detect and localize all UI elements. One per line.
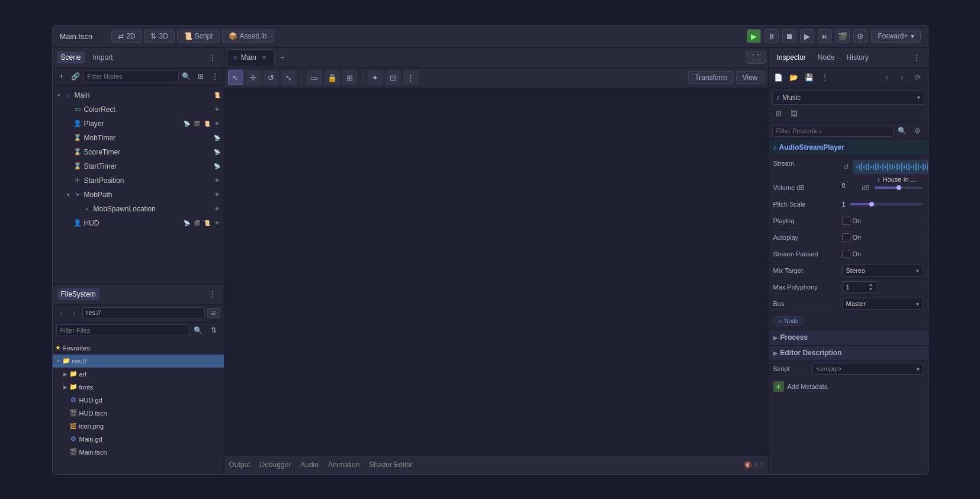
tree-item-mobpath[interactable]: ▾ ⤷ MobPath 👁 — [53, 188, 224, 202]
tree-item-starttimer[interactable]: ⌛ StartTimer 📡 — [53, 159, 224, 173]
move-tool-button[interactable]: ✛ — [246, 70, 261, 85]
tab-node[interactable]: Node — [814, 51, 838, 63]
bottom-tab-shader-editor[interactable]: Shader Editor — [369, 458, 412, 471]
tab-history[interactable]: History — [843, 51, 872, 63]
group-button[interactable]: ⊞ — [342, 70, 358, 85]
settings-button[interactable]: ⚙ — [853, 29, 867, 43]
editor-description-group-header[interactable]: ▶ Editor Description — [769, 346, 928, 361]
fs-item-maintscn[interactable]: 🎬 Main.tscn — [53, 446, 224, 459]
play-button[interactable]: ▶ — [747, 29, 761, 43]
insp-new-icon[interactable]: 📄 — [772, 71, 785, 84]
fullscreen-button[interactable]: ⛶ — [746, 51, 766, 64]
fs-item-hudgd[interactable]: ⚙ HUD.gd — [53, 394, 224, 407]
tree-item-mobspawnlocation[interactable]: • MobSpawnLocation 👁 — [53, 202, 224, 216]
mix-target-dropdown[interactable]: Stereo ▾ — [842, 265, 923, 276]
fs-item-hudtscn[interactable]: 🎬 HUD.tscn — [53, 407, 224, 420]
insp-history-forward-icon[interactable]: › — [896, 71, 909, 84]
fs-forward-button[interactable]: › — [69, 308, 80, 318]
fs-back-button[interactable]: ‹ — [56, 308, 67, 318]
max-polyphony-spinner[interactable]: 1 ▲ ▼ — [842, 281, 878, 293]
movie-button[interactable]: 🎬 — [836, 29, 850, 43]
scene-more-icon[interactable]: ⋮ — [208, 70, 221, 83]
fs-favorites-header[interactable]: ★ Favorites: — [53, 342, 224, 355]
cursor-tool-button[interactable]: ↖ — [228, 70, 243, 85]
process-group-header[interactable]: ▶ Process — [769, 330, 928, 346]
stream-reload-button[interactable]: ↺ — [842, 162, 851, 172]
node-picture-icon[interactable]: 🖼 — [788, 107, 801, 120]
link-button[interactable]: 🔗 — [69, 70, 82, 83]
mode-script-button[interactable]: 📜 Script — [177, 30, 220, 43]
inspector-more-icon[interactable]: ⋮ — [910, 51, 923, 64]
fs-filter-search-icon[interactable]: 🔍 — [192, 324, 205, 337]
node-edit-icon[interactable]: ⊞ — [772, 107, 785, 120]
tab-filesystem[interactable]: FileSystem — [57, 288, 99, 300]
editor-tab-main[interactable]: ○ Main ✕ — [227, 49, 275, 66]
pivot-button[interactable]: ✦ — [368, 70, 383, 85]
mode-2d-button[interactable]: ⇄ 2D — [111, 30, 142, 43]
add-metadata-row[interactable]: + Add Metadata — [769, 378, 928, 395]
more-tools-button[interactable]: ⋮ — [403, 70, 419, 85]
tree-item-startposition[interactable]: ✛ StartPosition 👁 — [53, 173, 224, 188]
tab-scene[interactable]: Scene — [57, 51, 85, 63]
filter-search-icon[interactable]: 🔍 — [180, 70, 193, 83]
rotate-tool-button[interactable]: ↺ — [264, 70, 279, 85]
snap-button[interactable]: ⊡ — [385, 70, 401, 85]
fs-more-icon[interactable]: ⋮ — [206, 288, 219, 301]
bottom-tab-debugger[interactable]: Debugger — [260, 458, 291, 471]
play-scene-button[interactable]: ▶ — [800, 29, 814, 43]
tree-item-hud[interactable]: 👤 HUD 📡 🎬 📜 👁 — [53, 216, 224, 230]
tab-inspector[interactable]: Inspector — [773, 51, 809, 63]
autoplay-checkbox[interactable] — [842, 233, 850, 242]
tree-item-main[interactable]: ▾ ○ Main 📜 — [53, 88, 224, 102]
tree-item-colorrect[interactable]: ▭ ColorRect 👁 — [53, 102, 224, 117]
fs-item-art[interactable]: ▶ 📁 art — [53, 368, 224, 381]
stop-button[interactable]: ⏹ — [782, 29, 796, 43]
fs-item-res[interactable]: ▾ 📁 res:// — [53, 355, 224, 368]
mode-3d-button[interactable]: ⇅ 3D — [144, 30, 174, 43]
filter-expand-icon[interactable]: ⊞ — [194, 70, 207, 83]
bottom-tab-audio[interactable]: Audio — [300, 458, 319, 471]
filter-props-search-icon[interactable]: 🔍 — [896, 124, 909, 137]
lock-button[interactable]: 🔒 — [324, 70, 340, 85]
bottom-tab-animation[interactable]: Animation — [328, 458, 359, 471]
tree-item-scoretimer[interactable]: ⌛ ScoreTimer 📡 — [53, 145, 224, 159]
tab-add-button[interactable]: + — [276, 51, 289, 64]
script-dropdown[interactable]: <empty> ▾ — [812, 363, 923, 375]
transform-button[interactable]: Transform — [688, 71, 733, 84]
tab-close-icon[interactable]: ✕ — [260, 53, 268, 62]
pitch-scale-slider[interactable] — [850, 203, 923, 205]
mode-assetlib-button[interactable]: 📦 AssetLib — [222, 30, 274, 43]
tab-import[interactable]: Import — [89, 51, 117, 63]
playing-checkbox[interactable] — [842, 217, 850, 225]
insp-more-icon[interactable]: ⋮ — [818, 71, 831, 84]
more-options-icon[interactable]: ⋮ — [206, 51, 219, 64]
tree-item-player[interactable]: 👤 Player 📡 🎬 📜 👁 — [53, 117, 224, 131]
filter-nodes-input[interactable] — [83, 70, 179, 82]
volume-db-slider[interactable] — [875, 186, 923, 189]
bottom-tab-output[interactable]: Output — [229, 458, 250, 471]
fs-view-toggle[interactable]: ≡ — [207, 308, 220, 318]
select-mode-button[interactable]: ▭ — [307, 70, 322, 85]
fs-item-iconpng[interactable]: 🖼 icon.png — [53, 420, 224, 433]
pause-button[interactable]: ⏸ — [764, 29, 779, 43]
add-node-button[interactable]: + — [55, 70, 68, 83]
bus-dropdown[interactable]: Master ▾ — [842, 298, 923, 310]
insp-history-back-icon[interactable]: ‹ — [881, 71, 894, 84]
insp-open-icon[interactable]: 📂 — [788, 71, 801, 84]
tree-item-mobtimer[interactable]: ⌛ MobTimer 📡 — [53, 131, 224, 145]
fs-item-maingd[interactable]: ⚙ Main.gd — [53, 433, 224, 446]
fs-filter-input[interactable] — [56, 324, 189, 336]
scale-tool-button[interactable]: ⤡ — [281, 70, 297, 85]
renderer-button[interactable]: Forward+ ▾ — [871, 30, 920, 43]
node-selector[interactable]: ♪ Music ▾ — [772, 91, 924, 105]
play-custom-button[interactable]: ⏯ — [818, 29, 832, 43]
filter-props-more-icon[interactable]: ⚙ — [911, 124, 924, 137]
filter-properties-input[interactable] — [772, 125, 894, 137]
fs-sort-icon[interactable]: ⇅ — [207, 324, 220, 337]
view-button[interactable]: View — [736, 71, 764, 84]
insp-history-icon[interactable]: ⟳ — [911, 71, 924, 84]
fs-path-display[interactable]: res:// — [82, 307, 205, 319]
stream-paused-checkbox[interactable] — [842, 250, 850, 258]
insp-save-icon[interactable]: 💾 — [803, 71, 816, 84]
fs-item-fonts[interactable]: ▶ 📁 fonts — [53, 381, 224, 394]
